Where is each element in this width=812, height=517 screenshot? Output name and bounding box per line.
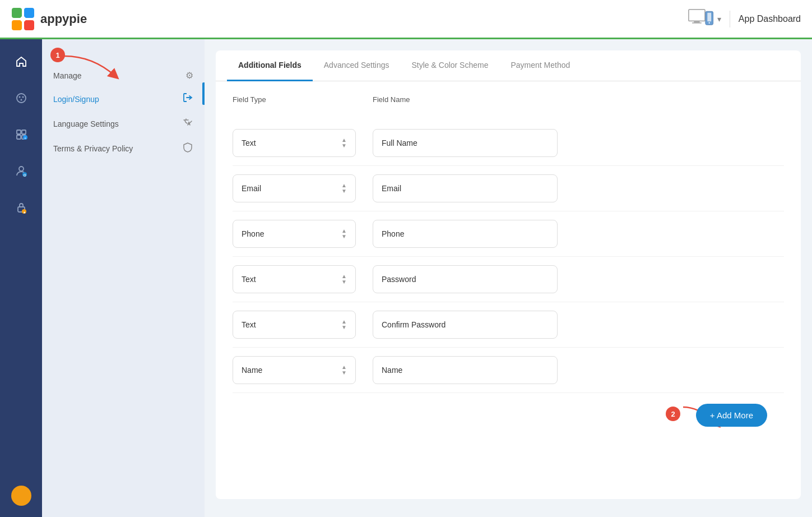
select-arrows-0: ▲▼ bbox=[341, 137, 347, 149]
svg-rect-17 bbox=[17, 135, 21, 139]
tab-style-color[interactable]: Style & Color Scheme bbox=[401, 50, 500, 81]
step1-badge: 1 bbox=[50, 48, 65, 62]
field-type-select-0[interactable]: Text ▲▼ bbox=[233, 129, 356, 157]
svg-text:+: + bbox=[24, 136, 26, 140]
field-name-input-3[interactable] bbox=[373, 265, 558, 293]
field-name-input-2[interactable] bbox=[373, 220, 558, 248]
field-type-select-1[interactable]: Email ▲▼ bbox=[233, 174, 356, 202]
field-name-input-1[interactable] bbox=[373, 174, 558, 202]
sidebar-item-language-label: Language Settings bbox=[53, 119, 119, 128]
svg-point-4 bbox=[20, 16, 26, 22]
sidebar-icon-grid[interactable]: + bbox=[10, 123, 33, 146]
field-type-select-2[interactable]: Phone ▲▼ bbox=[233, 220, 356, 248]
select-arrows-3: ▲▼ bbox=[341, 274, 347, 285]
form-row-1: Email ▲▼ bbox=[233, 166, 784, 211]
field-type-value-2: Phone bbox=[242, 229, 264, 238]
sidebar-item-terms-label: Terms & Privacy Policy bbox=[53, 144, 133, 153]
svg-rect-2 bbox=[12, 20, 22, 30]
svg-point-10 bbox=[708, 22, 710, 24]
sidebar-icon-palette[interactable] bbox=[10, 87, 33, 109]
form-row-2: Phone ▲▼ bbox=[233, 211, 784, 257]
svg-point-11 bbox=[17, 94, 26, 103]
field-type-value-3: Text bbox=[242, 275, 256, 284]
form-content: Field Type Field Name Text ▲▼ Email ▲▼ bbox=[216, 81, 801, 458]
sidebar-item-loginsignup[interactable]: Login/Signup bbox=[42, 86, 205, 112]
svg-rect-1 bbox=[24, 8, 34, 18]
field-name-header: Field Name bbox=[373, 95, 496, 104]
svg-text:⚙: ⚙ bbox=[23, 173, 26, 177]
svg-point-12 bbox=[18, 96, 20, 98]
field-name-input-5[interactable] bbox=[373, 356, 558, 384]
field-type-select-5[interactable]: Name ▲▼ bbox=[233, 356, 356, 384]
form-row-0: Text ▲▼ bbox=[233, 121, 784, 166]
translate-icon bbox=[182, 117, 193, 131]
form-column-headers: Field Type Field Name bbox=[233, 95, 784, 109]
svg-rect-7 bbox=[692, 22, 702, 24]
step2-badge: 2 bbox=[666, 407, 680, 421]
field-type-select-3[interactable]: Text ▲▼ bbox=[233, 265, 356, 293]
svg-point-13 bbox=[22, 96, 24, 98]
select-arrows-5: ▲▼ bbox=[341, 364, 347, 376]
svg-rect-16 bbox=[22, 130, 26, 134]
login-icon bbox=[182, 92, 193, 106]
field-name-input-0[interactable] bbox=[373, 129, 558, 157]
tabs-bar: Additional Fields Advanced Settings Styl… bbox=[216, 50, 801, 81]
svg-rect-15 bbox=[17, 130, 21, 134]
device-switcher[interactable]: ▾ bbox=[688, 8, 721, 30]
device-dropdown-arrow[interactable]: ▾ bbox=[717, 15, 721, 24]
device-icon bbox=[688, 8, 715, 30]
select-arrows-2: ▲▼ bbox=[341, 228, 347, 239]
field-type-value-0: Text bbox=[242, 139, 256, 147]
form-row-5: Name ▲▼ bbox=[233, 348, 784, 393]
sidebar-item-language[interactable]: Language Settings bbox=[42, 112, 205, 136]
tab-advanced-settings[interactable]: Advanced Settings bbox=[313, 50, 401, 81]
svg-rect-3 bbox=[24, 20, 34, 30]
field-type-header: Field Type bbox=[233, 95, 356, 104]
icon-sidebar: + ⚙ ★ bbox=[0, 39, 42, 517]
select-arrows-4: ▲▼ bbox=[341, 319, 347, 330]
logo-area: appypie bbox=[11, 7, 87, 31]
tab-payment-method[interactable]: Payment Method bbox=[499, 50, 581, 81]
gear-icon: ⚙ bbox=[185, 70, 193, 81]
sidebar-item-loginsignup-label: Login/Signup bbox=[53, 95, 99, 104]
svg-rect-6 bbox=[694, 21, 699, 22]
user-avatar-circle[interactable] bbox=[11, 486, 31, 506]
svg-point-14 bbox=[20, 99, 22, 101]
sidebar-active-indicator bbox=[202, 82, 205, 105]
header-right: ▾ App Dashboard bbox=[688, 8, 801, 30]
main-layout: + ⚙ ★ 1 bbox=[0, 39, 812, 517]
field-name-input-4[interactable] bbox=[373, 311, 558, 339]
sidebar-item-manage-label: Manage bbox=[53, 71, 82, 80]
sidebar-icon-user[interactable]: ⚙ bbox=[10, 160, 33, 182]
add-more-button[interactable]: + Add More bbox=[696, 404, 767, 427]
sidebar-item-manage[interactable]: Manage ⚙ bbox=[42, 64, 205, 86]
svg-point-21 bbox=[19, 167, 24, 171]
tab-additional-fields[interactable]: Additional Fields bbox=[227, 50, 313, 81]
svg-text:★: ★ bbox=[22, 211, 25, 214]
svg-rect-5 bbox=[689, 9, 705, 21]
header: appypie ▾ App Dashboard bbox=[0, 0, 812, 39]
form-row-4: Text ▲▼ bbox=[233, 302, 784, 348]
svg-rect-9 bbox=[707, 12, 711, 21]
appypie-logo-icon bbox=[11, 7, 35, 31]
app-dashboard-label: App Dashboard bbox=[739, 14, 801, 24]
shield-icon bbox=[182, 142, 193, 155]
sidebar-icon-lock[interactable]: ★ bbox=[10, 196, 33, 219]
logo-text: appypie bbox=[40, 12, 87, 26]
main-content: Additional Fields Advanced Settings Styl… bbox=[205, 39, 812, 517]
sidebar-item-terms[interactable]: Terms & Privacy Policy bbox=[42, 136, 205, 160]
field-type-value-4: Text bbox=[242, 320, 256, 329]
header-divider bbox=[730, 11, 730, 27]
secondary-sidebar: 1 Manage ⚙ Login/Signup bbox=[42, 39, 205, 517]
form-row-3: Text ▲▼ bbox=[233, 257, 784, 302]
sidebar-bottom bbox=[11, 486, 31, 506]
field-type-value-1: Email bbox=[242, 184, 261, 193]
content-card: Additional Fields Advanced Settings Styl… bbox=[216, 50, 801, 499]
sidebar-icon-home[interactable] bbox=[10, 50, 33, 73]
select-arrows-1: ▲▼ bbox=[341, 183, 347, 194]
svg-rect-0 bbox=[12, 8, 22, 18]
field-type-select-4[interactable]: Text ▲▼ bbox=[233, 311, 356, 339]
field-type-value-5: Name bbox=[242, 366, 262, 375]
